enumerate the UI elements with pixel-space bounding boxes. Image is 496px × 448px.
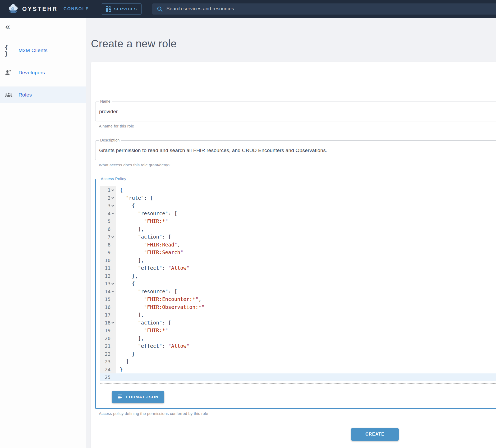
access-policy-helper-text: Access policy defining the permissions c… <box>99 411 496 416</box>
line-number: 13 <box>105 280 111 288</box>
format-align-icon <box>118 395 123 399</box>
fold-chevron-icon[interactable] <box>112 196 114 199</box>
code-line[interactable]: 15 "FHIR:Encounter:*", <box>100 295 496 303</box>
code-text: "FHIR:*" <box>116 327 496 335</box>
code-text: "resource": [ <box>116 288 496 296</box>
code-text: } <box>116 350 496 358</box>
code-text: { <box>116 202 496 210</box>
code-line[interactable]: 5 "FHIR:*" <box>100 217 496 225</box>
sidebar-item-developers[interactable]: Developers <box>0 64 86 81</box>
name-input[interactable] <box>95 109 496 115</box>
sidebar-item-roles[interactable]: Roles <box>0 86 86 103</box>
code-text: ], <box>116 257 496 264</box>
create-button[interactable]: CREATE <box>351 428 399 441</box>
line-number-gutter: 14 <box>100 288 116 296</box>
code-text: "action": [ <box>116 319 496 327</box>
line-number: 21 <box>105 342 111 350</box>
sidebar-item-m2m-clients[interactable]: { } M2M Clients <box>0 42 86 59</box>
code-line[interactable]: 14 "resource": [ <box>100 288 496 296</box>
code-line[interactable]: 13 { <box>100 280 496 288</box>
fold-chevron-icon[interactable] <box>112 212 114 214</box>
code-line[interactable]: 19 "FHIR:*" <box>100 327 496 335</box>
description-input[interactable] <box>95 148 496 153</box>
line-number-gutter: 22 <box>100 350 116 358</box>
code-line[interactable]: 1{ <box>100 186 496 194</box>
code-line[interactable]: 22 } <box>100 350 496 358</box>
description-helper-text: What access does this role grant/deny? <box>99 163 496 167</box>
line-number: 18 <box>105 319 111 327</box>
line-number-gutter: 13 <box>100 280 116 288</box>
fold-chevron-icon[interactable] <box>112 235 114 238</box>
code-line[interactable]: 12 }, <box>100 272 496 280</box>
line-number-gutter: 24 <box>100 366 116 374</box>
code-line[interactable]: 11 "effect": "Allow" <box>100 264 496 272</box>
code-text: "effect": "Allow" <box>116 342 496 350</box>
collapse-sidebar-icon[interactable]: « <box>5 22 10 31</box>
line-number: 9 <box>108 249 111 257</box>
line-number-gutter: 6 <box>100 225 116 233</box>
code-text <box>116 373 496 381</box>
sidebar-nav: { } M2M Clients <box>0 35 86 103</box>
line-number-gutter: 1 <box>100 186 116 194</box>
code-line[interactable]: 25 <box>100 373 496 381</box>
line-number-gutter: 2 <box>100 194 116 202</box>
main-content: Create a new role Name A name for this r… <box>86 18 496 448</box>
fold-chevron-icon[interactable] <box>112 321 114 324</box>
code-line[interactable]: 21 "effect": "Allow" <box>100 342 496 350</box>
fold-chevron-icon[interactable] <box>112 188 114 191</box>
brand-block[interactable]: OYSTEHR CONSOLE <box>7 3 89 15</box>
line-number: 8 <box>108 241 111 249</box>
line-number: 12 <box>105 272 111 280</box>
code-line[interactable]: 4 "resource": [ <box>100 210 496 218</box>
code-line[interactable]: 3 { <box>100 202 496 210</box>
fold-chevron-icon[interactable] <box>112 282 114 285</box>
line-number-gutter: 8 <box>100 241 116 249</box>
services-grid-icon <box>105 6 111 12</box>
code-text: ], <box>116 335 496 342</box>
line-number: 15 <box>105 295 111 303</box>
code-line[interactable]: 17 ], <box>100 311 496 319</box>
code-line[interactable]: 6 ], <box>100 225 496 233</box>
create-role-card: Name A name for this role Description Wh… <box>91 62 496 448</box>
line-number: 2 <box>108 194 111 202</box>
code-text: "FHIR:Encounter:*", <box>116 295 496 303</box>
code-line[interactable]: 20 ], <box>100 335 496 342</box>
code-line[interactable]: 18 "action": [ <box>100 319 496 327</box>
fold-chevron-icon[interactable] <box>112 204 114 207</box>
line-number-gutter: 18 <box>100 319 116 327</box>
code-line[interactable]: 9 "FHIR:Search" <box>100 249 496 257</box>
access-policy-editor[interactable]: 1{2 "rule": [3 {4 "resource": [5 "FHIR:*… <box>100 184 496 384</box>
name-field-label: Name <box>99 99 112 103</box>
search-input[interactable] <box>167 6 472 12</box>
format-json-button[interactable]: FORMAT JSON <box>112 391 164 403</box>
line-number: 7 <box>108 233 111 241</box>
code-text: "resource": [ <box>116 210 496 218</box>
line-number-gutter: 16 <box>100 303 116 311</box>
code-line[interactable]: 10 ], <box>100 257 496 264</box>
code-line[interactable]: 24} <box>100 366 496 374</box>
oystehr-logo-icon <box>7 3 19 15</box>
code-braces-icon: { } <box>5 44 16 57</box>
global-search[interactable] <box>152 3 496 15</box>
code-text: ] <box>116 358 496 366</box>
sidebar: « { } M2M Clients <box>0 18 86 448</box>
code-line[interactable]: 23 ] <box>100 358 496 366</box>
code-text: "FHIR:*" <box>116 217 496 225</box>
line-number-gutter: 11 <box>100 264 116 272</box>
services-button[interactable]: SERVICES <box>101 3 142 15</box>
search-icon <box>157 6 163 12</box>
page-title: Create a new role <box>91 38 496 50</box>
access-policy-label: Access Policy <box>99 176 128 181</box>
line-number-gutter: 15 <box>100 295 116 303</box>
code-text: { <box>116 186 496 194</box>
code-line[interactable]: 16 "FHIR:Observation:*" <box>100 303 496 311</box>
code-text: }, <box>116 272 496 280</box>
navbar-divider <box>95 4 95 14</box>
fold-chevron-icon[interactable] <box>112 290 114 292</box>
code-line[interactable]: 8 "FHIR:Read", <box>100 241 496 249</box>
line-number: 5 <box>108 217 111 225</box>
code-line[interactable]: 2 "rule": [ <box>100 194 496 202</box>
line-number-gutter: 25 <box>100 373 116 381</box>
groups-icon <box>5 91 16 99</box>
code-line[interactable]: 7 "action": [ <box>100 233 496 241</box>
